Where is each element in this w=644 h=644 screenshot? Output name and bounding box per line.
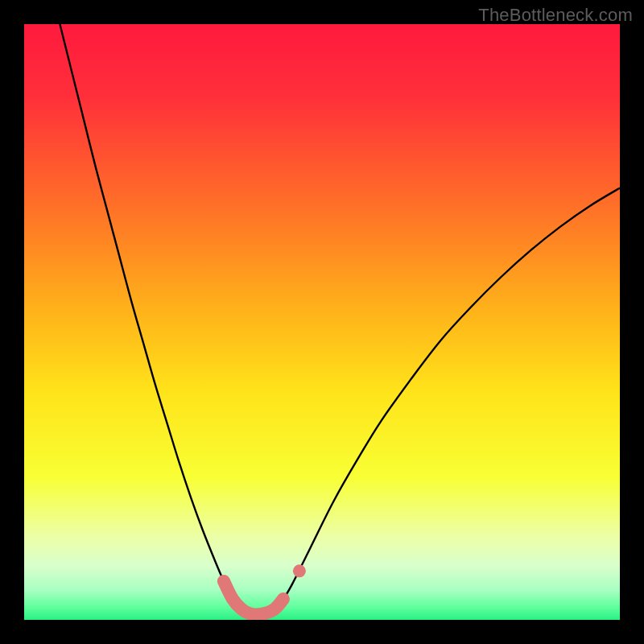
plot-area — [24, 24, 620, 620]
chart-frame: TheBottleneck.com — [0, 0, 644, 644]
highlight-dot — [293, 564, 306, 577]
bottleneck-curve — [60, 24, 620, 614]
curve-layer — [24, 24, 620, 620]
highlight-segment — [224, 581, 283, 615]
watermark-text: TheBottleneck.com — [478, 5, 633, 26]
